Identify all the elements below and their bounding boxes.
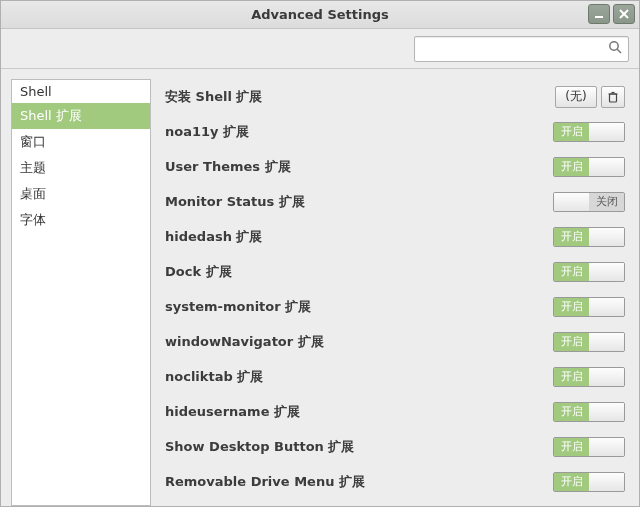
install-extension-row: 安装 Shell 扩展 (无) — [165, 79, 625, 114]
trash-icon — [607, 91, 619, 103]
window-controls — [588, 4, 635, 24]
extension-label: hideusername 扩展 — [165, 403, 553, 421]
sidebar-item[interactable]: 字体 — [12, 207, 150, 233]
extension-control: 关闭 — [553, 192, 625, 212]
extension-row: Dock 扩展开启 — [165, 254, 625, 289]
toggle-knob — [589, 263, 624, 281]
extension-toggle[interactable]: 关闭 — [553, 192, 625, 212]
extension-row: Monitor Status 扩展关闭 — [165, 184, 625, 219]
extension-label: Dock 扩展 — [165, 263, 553, 281]
extension-row: nocliktab 扩展开启 — [165, 359, 625, 394]
extension-toggle[interactable]: 开启 — [553, 227, 625, 247]
install-extension-combo[interactable]: (无) — [555, 86, 597, 108]
extension-control: 开启 — [553, 262, 625, 282]
sidebar-item[interactable]: Shell 扩展 — [12, 103, 150, 129]
extension-label: windowNavigator 扩展 — [165, 333, 553, 351]
install-extension-control: (无) — [555, 86, 625, 108]
extension-row: windowNavigator 扩展开启 — [165, 324, 625, 359]
toolbar — [1, 29, 639, 69]
toggle-knob — [589, 438, 624, 456]
close-button[interactable] — [613, 4, 635, 24]
toggle-on-label: 开启 — [554, 298, 589, 316]
toggle-on-label: 开启 — [554, 123, 589, 141]
extension-label: User Themes 扩展 — [165, 158, 553, 176]
svg-point-3 — [610, 42, 618, 50]
toggle-knob — [589, 123, 624, 141]
extension-row: system-monitor 扩展开启 — [165, 289, 625, 324]
toggle-knob — [589, 368, 624, 386]
search-icon — [608, 40, 622, 57]
extension-row: noa11y 扩展开启 — [165, 114, 625, 149]
window: Advanced Settings ShellShell 扩展窗口主题桌面字体 … — [0, 0, 640, 507]
extension-toggle[interactable]: 开启 — [553, 157, 625, 177]
extension-label: nocliktab 扩展 — [165, 368, 553, 386]
sidebar-item[interactable]: 桌面 — [12, 181, 150, 207]
sidebar-item[interactable]: 主题 — [12, 155, 150, 181]
extension-control: 开启 — [553, 472, 625, 492]
toggle-on-label: 开启 — [554, 263, 589, 281]
toggle-on-label: 开启 — [554, 438, 589, 456]
toggle-off-label: 关闭 — [589, 193, 624, 211]
extension-control: 开启 — [553, 227, 625, 247]
extension-row: Removable Drive Menu 扩展开启 — [165, 464, 625, 499]
extension-control: 开启 — [553, 157, 625, 177]
extension-toggle[interactable]: 开启 — [553, 402, 625, 422]
install-extension-label: 安装 Shell 扩展 — [165, 88, 555, 106]
window-title: Advanced Settings — [1, 7, 639, 22]
extension-label: noa11y 扩展 — [165, 123, 553, 141]
install-extension-remove-button[interactable] — [601, 86, 625, 108]
close-icon — [619, 9, 629, 19]
toggle-on-label: 开启 — [554, 473, 589, 491]
minimize-button[interactable] — [588, 4, 610, 24]
extension-control: 开启 — [553, 122, 625, 142]
main-panel: 安装 Shell 扩展 (无) noa11y 扩展开启User Themes 扩… — [165, 79, 629, 506]
extension-toggle[interactable]: 开启 — [553, 367, 625, 387]
extension-control: 开启 — [553, 367, 625, 387]
extension-toggle[interactable]: 开启 — [553, 472, 625, 492]
minimize-icon — [594, 9, 604, 19]
combo-value: (无) — [565, 88, 586, 105]
extension-label: Monitor Status 扩展 — [165, 193, 553, 211]
extension-label: Show Desktop Button 扩展 — [165, 438, 553, 456]
sidebar-item[interactable]: Shell — [12, 80, 150, 103]
extension-label: Removable Drive Menu 扩展 — [165, 473, 553, 491]
extension-row: hidedash 扩展开启 — [165, 219, 625, 254]
toggle-on-label: 开启 — [554, 368, 589, 386]
sidebar-item[interactable]: 窗口 — [12, 129, 150, 155]
toggle-on-label: 开启 — [554, 158, 589, 176]
extension-label: hidedash 扩展 — [165, 228, 553, 246]
content-area: ShellShell 扩展窗口主题桌面字体 安装 Shell 扩展 (无) — [1, 69, 639, 506]
extension-toggle[interactable]: 开启 — [553, 332, 625, 352]
titlebar: Advanced Settings — [1, 1, 639, 29]
extension-control: 开启 — [553, 297, 625, 317]
toggle-knob — [554, 193, 589, 211]
svg-line-4 — [617, 49, 621, 53]
toggle-knob — [589, 158, 624, 176]
extension-control: 开启 — [553, 402, 625, 422]
extension-toggle[interactable]: 开启 — [553, 122, 625, 142]
extension-label: system-monitor 扩展 — [165, 298, 553, 316]
extension-toggle[interactable]: 开启 — [553, 297, 625, 317]
search-field[interactable] — [414, 36, 629, 62]
search-input[interactable] — [421, 41, 608, 56]
extension-control: 开启 — [553, 437, 625, 457]
extension-row: User Themes 扩展开启 — [165, 149, 625, 184]
extension-row: Show Desktop Button 扩展开启 — [165, 429, 625, 464]
toggle-on-label: 开启 — [554, 403, 589, 421]
extension-row: hideusername 扩展开启 — [165, 394, 625, 429]
toggle-knob — [589, 228, 624, 246]
toggle-knob — [589, 333, 624, 351]
toggle-knob — [589, 298, 624, 316]
extension-control: 开启 — [553, 332, 625, 352]
toggle-on-label: 开启 — [554, 333, 589, 351]
toggle-knob — [589, 403, 624, 421]
extension-toggle[interactable]: 开启 — [553, 262, 625, 282]
toggle-on-label: 开启 — [554, 228, 589, 246]
svg-rect-5 — [610, 94, 617, 102]
toggle-knob — [589, 473, 624, 491]
sidebar: ShellShell 扩展窗口主题桌面字体 — [11, 79, 151, 506]
extension-toggle[interactable]: 开启 — [553, 437, 625, 457]
